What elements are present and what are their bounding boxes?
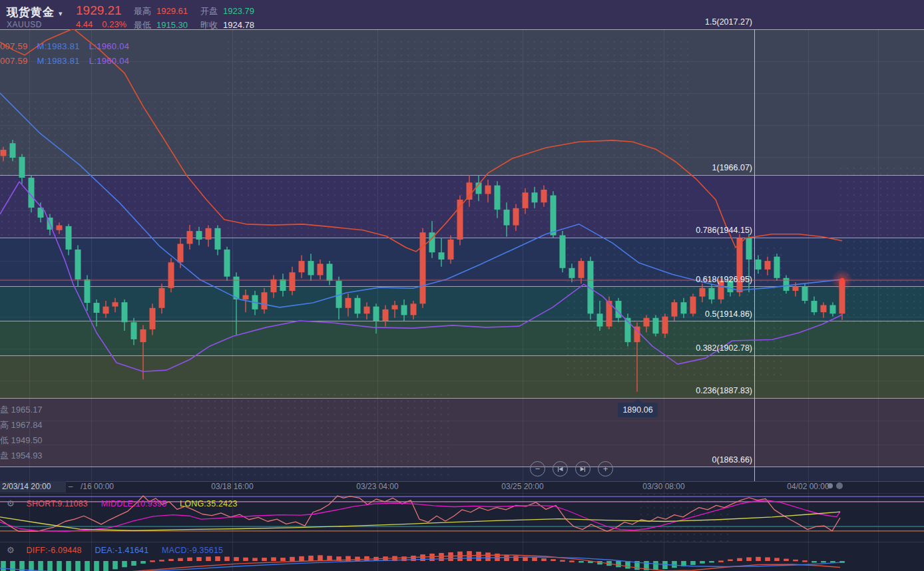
time-axis-label: 03/30 08:00 xyxy=(642,482,684,491)
instrument-name: 现货黄金 xyxy=(7,6,55,19)
gear-icon[interactable]: ⚙ xyxy=(7,545,15,555)
fib-level-label: 0.5(1914.86) xyxy=(705,309,752,319)
zoom-out-button[interactable]: − xyxy=(530,461,545,476)
chevron-down-icon: ▾ xyxy=(59,9,63,17)
time-axis-label: 03/25 20:00 xyxy=(501,482,543,491)
kdj-middle-value: MIDDLE:10.9395 xyxy=(101,499,167,508)
time-axis-label: 03/23 04:00 xyxy=(356,482,398,491)
indicator-dot xyxy=(827,483,833,488)
chart-controls: − ◀ ▶ + xyxy=(530,461,613,476)
kdj-short-value: SHORT:9.11083 xyxy=(27,499,88,508)
fib-level-label: 0.618(1926.95) xyxy=(696,275,752,284)
ohlc-row: 高 1967.84 xyxy=(0,417,43,433)
macd-indicator-row: ⚙ DIFF:-6.09448 DEA:-1.41641 MACD:-9.356… xyxy=(7,545,223,555)
macd-macd-value: MACD:-9.35615 xyxy=(162,546,223,555)
price-change: 4.440.23% xyxy=(76,19,136,29)
gear-icon[interactable]: ⚙ xyxy=(7,498,15,508)
swing-low-label: 1890.06 xyxy=(618,403,658,417)
instrument-symbol: XAUUSD xyxy=(7,20,42,29)
stat-low: 最低1915.30 xyxy=(134,19,188,31)
macd-dea-value: DEA:-1.41641 xyxy=(95,546,148,555)
fib-level-label: 1(1966.07) xyxy=(712,163,752,172)
triangle-left-icon: ◀ xyxy=(559,467,563,472)
price-marker-dot xyxy=(840,278,845,283)
fib-level-label: 1.5(2017.27) xyxy=(705,17,752,27)
zoom-in-button[interactable]: + xyxy=(598,461,613,476)
change-pct: 0.23% xyxy=(102,19,126,29)
instrument-title[interactable]: 现货黄金▾ xyxy=(7,5,63,20)
kdj-long-value: LONG:35.2423 xyxy=(180,499,237,508)
stat-open: 开盘1923.79 xyxy=(200,5,254,17)
fib-level-label: 0.236(1887.83) xyxy=(696,386,752,395)
last-price: 1929.21 xyxy=(76,3,122,18)
ohlc-row: 低 1949.50 xyxy=(0,433,43,448)
time-axis-label: /16 00:00 xyxy=(81,482,114,491)
time-axis-highlighted-label: 2/03/14 20:00 xyxy=(0,481,66,492)
jump-to-start-button[interactable]: ◀ xyxy=(553,461,568,476)
boll-readout-2: 007.59M:1983.81L:1960.04 xyxy=(0,56,129,66)
ohlc-row: 盘 1965.17 xyxy=(0,402,43,417)
crosshair-ohlc-readout: 盘 1965.17高 1967.84低 1949.50盘 1954.93 xyxy=(0,402,43,463)
time-axis-label: – xyxy=(69,482,73,491)
ohlc-row: 盘 1954.93 xyxy=(0,448,43,463)
stat-prev-close: 昨收1924.78 xyxy=(200,19,254,31)
bar-icon xyxy=(584,467,586,472)
indicator-dot xyxy=(836,482,843,489)
boll-readout-1: 007.59M:1983.81L:1960.04 xyxy=(0,41,129,51)
macd-diff-value: DIFF:-6.09448 xyxy=(27,546,82,555)
jump-to-end-button[interactable]: ▶ xyxy=(575,461,590,476)
kdj-indicator-row: ⚙ SHORT:9.11083 MIDDLE:10.9395 LONG:35.2… xyxy=(7,498,238,508)
plus-icon: + xyxy=(603,465,608,473)
change-abs: 4.44 xyxy=(76,19,93,29)
main-chart-canvas[interactable] xyxy=(0,0,924,571)
time-axis-label: 04/02 00:00 xyxy=(787,482,829,491)
minus-icon: − xyxy=(535,465,541,473)
fib-level-label: 0(1863.66) xyxy=(712,455,752,465)
time-axis-label: 03/18 16:00 xyxy=(211,482,253,491)
fib-level-label: 0.786(1944.15) xyxy=(696,226,752,235)
trading-app: 现货黄金▾ XAUUSD 1929.21 4.440.23% 最高1929.61… xyxy=(0,0,924,571)
fib-level-label: 0.382(1902.78) xyxy=(696,343,752,353)
stat-high: 最高1929.61 xyxy=(134,5,188,17)
